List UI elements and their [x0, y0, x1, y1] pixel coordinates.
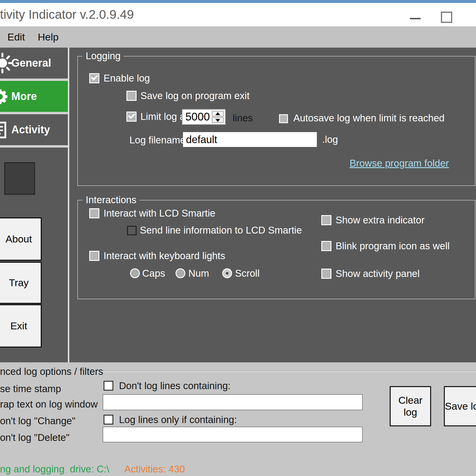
- browse-program-folder-link[interactable]: Browse program folder: [350, 158, 449, 169]
- filters-title: nced log options / filters: [0, 366, 103, 377]
- log-filename-label: Log filename:: [129, 135, 188, 145]
- radio-caps-label: Caps: [142, 268, 165, 278]
- option-use-time-stamp[interactable]: se time stamp: [0, 383, 61, 394]
- option-dont-log-change[interactable]: on't log "Change": [0, 415, 76, 427]
- limit-log-unit-label: lines: [233, 113, 253, 123]
- tab-more[interactable]: More: [0, 81, 68, 112]
- lcd-smartie-label: Interact with LCD Smartie: [104, 208, 215, 218]
- about-button[interactable]: About: [0, 217, 42, 261]
- lcd-smartie-checkbox[interactable]: [89, 208, 99, 218]
- tab-activity-label: Activity: [11, 114, 50, 145]
- indicator-preview-square: [4, 162, 35, 195]
- tab-separator: [0, 112, 68, 114]
- radio-num-label: Num: [188, 268, 209, 278]
- app-window: tivity Indicator v.2.0.9.49 Edit Help Ge…: [0, 0, 476, 476]
- blink-program-icon-label: Blink program icon as well: [336, 241, 450, 251]
- log-only-lines-input[interactable]: [103, 427, 363, 442]
- save-log-on-exit-label: Save log on program exit: [140, 91, 250, 101]
- limit-log-label: Limit log at: [140, 112, 188, 122]
- tab-general[interactable]: General: [0, 48, 68, 79]
- tab-more-label: More: [11, 81, 37, 112]
- filters-group-line: [89, 371, 476, 372]
- window-title: tivity Indicator v.2.0.9.49: [0, 7, 134, 22]
- send-line-info-checkbox[interactable]: [127, 226, 137, 235]
- autosave-log-label: Autosave log when limit is reached: [293, 113, 444, 123]
- show-activity-panel-checkbox[interactable]: [321, 269, 331, 279]
- status-activities-count: Activities: 430: [124, 464, 185, 475]
- log-only-lines-checkbox[interactable]: [104, 415, 113, 425]
- dont-log-lines-label: Don't log lines containing:: [119, 381, 231, 391]
- status-logging-text: ng and logging drive: C:\: [0, 464, 109, 475]
- interactions-group-title: Interactions: [83, 194, 140, 206]
- save-log-button-label: Save log: [445, 400, 476, 412]
- enable-log-label: Enable log: [104, 73, 150, 83]
- send-line-info-label: Send line information to LCD Smartie: [140, 225, 302, 235]
- clear-log-button-label: Clear log: [391, 394, 430, 418]
- keyboard-lights-checkbox[interactable]: [89, 251, 99, 261]
- radio-scroll-label: Scroll: [235, 268, 260, 278]
- activity-window-icon: [0, 121, 7, 139]
- keyboard-lights-label: Interact with keyboard lights: [104, 251, 225, 261]
- menubar: Edit Help: [0, 26, 476, 48]
- screen-top-edge: [0, 0, 476, 3]
- show-activity-panel-label: Show activity panel: [336, 269, 419, 279]
- menu-help[interactable]: Help: [36, 26, 60, 48]
- tray-button[interactable]: Tray: [0, 262, 42, 304]
- spinner-up-icon[interactable]: [212, 111, 224, 117]
- tab-separator: [0, 145, 68, 148]
- limit-log-spinner[interactable]: 5000: [182, 109, 226, 125]
- option-wrap-text[interactable]: rap text on log window: [0, 399, 98, 410]
- log-extension-label: .log: [322, 134, 338, 145]
- tab-general-label: General: [11, 48, 51, 79]
- titlebar: tivity Indicator v.2.0.9.49: [0, 3, 476, 26]
- limit-log-value: 5000: [185, 110, 210, 124]
- radio-num[interactable]: [176, 268, 185, 278]
- maximize-icon: [441, 12, 452, 23]
- sidebar-divider: [68, 48, 69, 362]
- save-log-button[interactable]: Save log: [444, 386, 476, 426]
- gear-icon: [0, 87, 10, 107]
- exit-button-label: Exit: [10, 320, 27, 332]
- enable-log-checkbox[interactable]: [89, 73, 99, 83]
- option-dont-log-delete[interactable]: on't log "Delete": [0, 432, 69, 443]
- tray-button-label: Tray: [9, 277, 29, 289]
- minimize-button[interactable]: [406, 9, 425, 23]
- menu-edit[interactable]: Edit: [6, 26, 27, 48]
- blink-program-icon-checkbox[interactable]: [321, 241, 331, 251]
- tab-separator: [0, 79, 68, 81]
- clear-log-button[interactable]: Clear log: [390, 386, 431, 426]
- spinner-buttons: [212, 111, 224, 123]
- dont-log-lines-checkbox[interactable]: [104, 381, 113, 391]
- show-extra-indicator-label: Show extra indicator: [336, 215, 425, 225]
- radio-caps[interactable]: [130, 268, 140, 278]
- autosave-log-checkbox[interactable]: [279, 114, 288, 123]
- show-extra-indicator-checkbox[interactable]: [321, 215, 331, 225]
- minimize-icon: [410, 18, 421, 19]
- dont-log-lines-input[interactable]: [103, 394, 363, 410]
- spinner-down-icon[interactable]: [212, 117, 224, 123]
- limit-log-checkbox[interactable]: [126, 112, 137, 122]
- maximize-button[interactable]: [438, 10, 454, 24]
- log-filename-input[interactable]: [183, 132, 317, 147]
- radio-scroll[interactable]: [222, 268, 232, 278]
- tab-activity[interactable]: Activity: [0, 114, 68, 145]
- about-button-label: About: [6, 233, 32, 245]
- logging-group-title: Logging: [83, 50, 123, 62]
- exit-button[interactable]: Exit: [0, 304, 42, 347]
- save-log-on-exit-checkbox[interactable]: [126, 91, 137, 101]
- log-only-lines-label: Log lines only if containing:: [119, 415, 237, 425]
